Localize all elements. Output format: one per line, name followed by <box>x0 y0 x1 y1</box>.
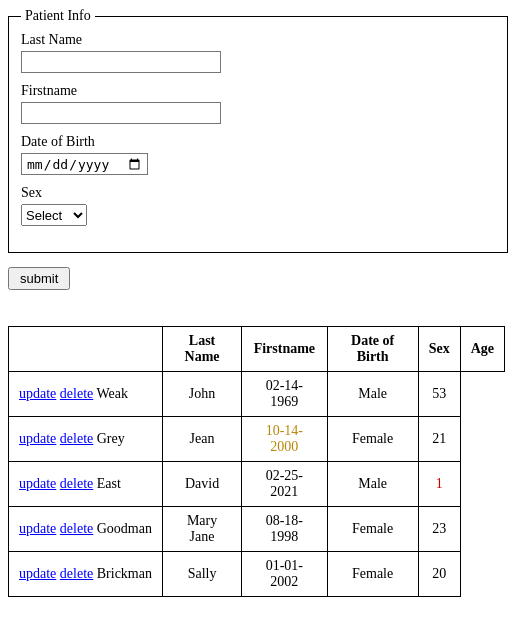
col-header-last-name: Last Name <box>162 327 241 372</box>
last-name-cell: Brickman <box>97 566 152 581</box>
firstname-input[interactable] <box>21 102 221 124</box>
sex-cell: Male <box>327 462 418 507</box>
dob-input[interactable] <box>21 153 148 175</box>
dob-cell: 02-14-1969 <box>242 372 327 417</box>
table-header-row: Last NameFirstnameDate of BirthSexAge <box>9 327 505 372</box>
row-actions: update delete East <box>9 462 163 507</box>
last-name-label: Last Name <box>21 32 495 48</box>
age-cell: 21 <box>418 417 460 462</box>
dob-cell: 01-01-2002 <box>242 552 327 597</box>
firstname-cell: John <box>162 372 241 417</box>
last-name-cell: Goodman <box>97 521 152 536</box>
firstname-group: Firstname <box>21 83 495 124</box>
firstname-cell: David <box>162 462 241 507</box>
patient-table: Last NameFirstnameDate of BirthSexAge up… <box>8 326 505 597</box>
update-link[interactable]: update <box>19 566 56 581</box>
delete-link[interactable]: delete <box>60 521 93 536</box>
update-link[interactable]: update <box>19 386 56 401</box>
firstname-cell: Jean <box>162 417 241 462</box>
delete-link[interactable]: delete <box>60 386 93 401</box>
age-cell: 1 <box>418 462 460 507</box>
age-cell: 20 <box>418 552 460 597</box>
sex-select[interactable]: SelectMaleFemale <box>21 204 87 226</box>
sex-cell: Male <box>327 372 418 417</box>
update-link[interactable]: update <box>19 521 56 536</box>
row-actions: update delete Brickman <box>9 552 163 597</box>
last-name-cell: Weak <box>97 386 129 401</box>
table-row: update delete BrickmanSally01-01-2002Fem… <box>9 552 505 597</box>
col-header-firstname: Firstname <box>242 327 327 372</box>
last-name-group: Last Name <box>21 32 495 73</box>
firstname-cell: Mary Jane <box>162 507 241 552</box>
sex-cell: Female <box>327 417 418 462</box>
sex-label: Sex <box>21 185 495 201</box>
submit-button[interactable]: submit <box>8 267 70 290</box>
update-link[interactable]: update <box>19 431 56 446</box>
last-name-cell: Grey <box>97 431 125 446</box>
fieldset-legend: Patient Info <box>21 8 95 24</box>
row-actions: update delete Weak <box>9 372 163 417</box>
table-row: update delete GoodmanMary Jane08-18-1998… <box>9 507 505 552</box>
update-link[interactable]: update <box>19 476 56 491</box>
row-actions: update delete Goodman <box>9 507 163 552</box>
sex-cell: Female <box>327 552 418 597</box>
age-cell: 23 <box>418 507 460 552</box>
table-row: update delete EastDavid02-25-2021Male1 <box>9 462 505 507</box>
patient-info-fieldset: Patient Info Last Name Firstname Date of… <box>8 8 508 253</box>
table-row: update delete GreyJean10-14-2000Female21 <box>9 417 505 462</box>
dob-cell: 08-18-1998 <box>242 507 327 552</box>
row-actions: update delete Grey <box>9 417 163 462</box>
sex-group: Sex SelectMaleFemale <box>21 185 495 226</box>
table-row: update delete WeakJohn02-14-1969Male53 <box>9 372 505 417</box>
col-header-actions <box>9 327 163 372</box>
dob-cell: 10-14-2000 <box>242 417 327 462</box>
sex-cell: Female <box>327 507 418 552</box>
delete-link[interactable]: delete <box>60 566 93 581</box>
col-header-age: Age <box>460 327 504 372</box>
dob-cell: 02-25-2021 <box>242 462 327 507</box>
dob-group: Date of Birth <box>21 134 495 175</box>
col-header-sex: Sex <box>418 327 460 372</box>
last-name-cell: East <box>97 476 121 491</box>
firstname-label: Firstname <box>21 83 495 99</box>
delete-link[interactable]: delete <box>60 431 93 446</box>
firstname-cell: Sally <box>162 552 241 597</box>
col-header-date-of-birth: Date of Birth <box>327 327 418 372</box>
age-cell: 53 <box>418 372 460 417</box>
dob-label: Date of Birth <box>21 134 495 150</box>
delete-link[interactable]: delete <box>60 476 93 491</box>
last-name-input[interactable] <box>21 51 221 73</box>
